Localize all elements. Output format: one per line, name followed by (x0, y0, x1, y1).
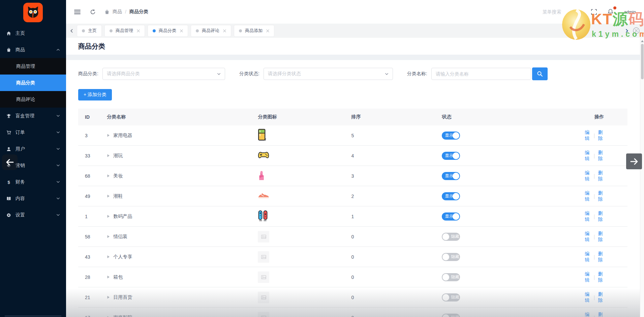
sidebar-item-goods[interactable]: 商品 (0, 41, 66, 58)
status-toggle[interactable]: 显示 (442, 132, 460, 140)
expand-caret-icon[interactable] (107, 295, 110, 299)
sidebar-subitem-goods-category[interactable]: 商品分类 (0, 75, 66, 91)
expand-caret-icon[interactable] (107, 154, 110, 157)
status-toggle-label: 隐藏 (451, 315, 459, 317)
sidebar-item-finance[interactable]: $财务 (0, 174, 66, 190)
sidebar-item-blindbox[interactable]: 盲盒管理 (0, 108, 66, 124)
status-toggle[interactable]: 显示 (442, 212, 460, 221)
breadcrumb: 商品 / 商品分类 (104, 9, 148, 15)
row-actions: 编辑|删除 (578, 291, 627, 304)
breadcrumb-current: 商品分类 (129, 9, 148, 15)
vertical-scrollbar[interactable] (640, 38, 644, 317)
bag-icon (6, 47, 11, 53)
refresh-button[interactable] (90, 9, 96, 15)
edit-link[interactable]: 编辑 (585, 291, 591, 304)
delete-link[interactable]: 删除 (598, 129, 604, 142)
delete-link[interactable]: 删除 (598, 291, 604, 304)
delete-link[interactable]: 删除 (598, 231, 604, 243)
search-button[interactable] (532, 67, 548, 80)
tab-goods-add[interactable]: 商品添加 (234, 25, 274, 36)
tab-goods-manage[interactable]: 商品管理 (105, 25, 145, 36)
sidebar-item-content[interactable]: 内容 (0, 190, 66, 207)
expand-caret-icon[interactable] (107, 255, 110, 259)
edit-link[interactable]: 编辑 (585, 271, 591, 283)
status-toggle[interactable]: 显示 (442, 152, 460, 160)
add-category-button[interactable]: + 添加分类 (78, 89, 112, 100)
close-icon[interactable] (266, 29, 269, 32)
tab-home[interactable]: 主页 (77, 25, 101, 36)
tab-goods-category[interactable]: 商品分类 (148, 25, 188, 36)
edit-link[interactable]: 编辑 (585, 150, 591, 162)
row-name-cell: 箱包 (100, 274, 251, 280)
expand-caret-icon[interactable] (107, 316, 110, 317)
expand-caret-icon[interactable] (107, 174, 110, 178)
tabs-scroll-right-button[interactable] (625, 29, 629, 33)
status-toggle[interactable]: 显示 (442, 192, 460, 200)
status-toggle[interactable]: 隐藏 (442, 253, 460, 261)
delete-link[interactable]: 删除 (598, 210, 604, 223)
fullscreen-button[interactable] (591, 9, 597, 15)
user-menu[interactable]: admin (624, 9, 636, 15)
expand-caret-icon[interactable] (107, 134, 110, 137)
status-toggle[interactable]: 隐藏 (442, 233, 460, 241)
delete-link[interactable]: 删除 (598, 271, 604, 283)
delete-link[interactable]: 删除 (598, 170, 604, 182)
column-header-status: 状态 (435, 114, 578, 120)
topbar-right: admin (543, 9, 636, 15)
page-title-bar: 商品分类 (66, 38, 640, 55)
tabs-scroll-left-button[interactable] (69, 29, 74, 33)
swipe-back-overlay[interactable] (2, 154, 18, 170)
delete-link[interactable]: 删除 (598, 150, 604, 162)
swipe-forward-overlay[interactable] (626, 153, 642, 169)
chevron-down-icon (56, 213, 60, 217)
edit-link[interactable]: 编辑 (585, 251, 591, 263)
category-select[interactable]: 请选择商品分类 (102, 68, 225, 80)
scrollbar-up-arrow-icon[interactable] (641, 40, 644, 42)
action-divider: | (594, 315, 595, 317)
status-toggle[interactable]: 隐藏 (442, 293, 460, 301)
delete-link[interactable]: 删除 (598, 190, 604, 202)
edit-link[interactable]: 编辑 (585, 129, 591, 142)
delete-link[interactable]: 删除 (598, 251, 604, 263)
sidebar-subitem-goods-comment[interactable]: 商品评论 (0, 91, 66, 108)
close-icon[interactable] (223, 29, 226, 32)
sidebar-item-settings[interactable]: 设置 (0, 207, 66, 223)
edit-link[interactable]: 编辑 (585, 210, 591, 223)
tab-goods-comment[interactable]: 商品评论 (191, 25, 231, 36)
expand-caret-icon[interactable] (107, 235, 110, 238)
app-logo[interactable] (0, 0, 66, 25)
close-all-tabs-button[interactable] (633, 27, 640, 34)
expand-caret-icon[interactable] (107, 275, 110, 279)
table-row: 1数码产品1显示编辑|删除 (78, 206, 627, 227)
toggle-knob (453, 132, 459, 139)
row-icon-cell (251, 192, 344, 200)
status-select[interactable]: 请选择分类状态 (264, 68, 393, 80)
edit-link[interactable]: 编辑 (585, 312, 591, 317)
expand-caret-icon[interactable] (107, 194, 110, 198)
edit-link[interactable]: 编辑 (585, 231, 591, 243)
row-sort: 0 (345, 234, 435, 239)
sidebar-collapse-button[interactable] (74, 9, 81, 15)
sidebar-item-orders[interactable]: 订单 (0, 124, 66, 141)
edit-link[interactable]: 编辑 (585, 190, 591, 202)
notifications-button[interactable] (608, 9, 613, 15)
status-toggle[interactable]: 隐藏 (442, 273, 460, 281)
row-name-cell: 潮玩 (100, 153, 251, 159)
category-name-input[interactable] (431, 68, 531, 80)
scrollbar-thumb[interactable] (641, 44, 644, 79)
menu-search-input[interactable] (543, 9, 580, 15)
close-icon[interactable] (180, 29, 183, 32)
category-name: 潮鞋 (113, 193, 123, 199)
edit-link[interactable]: 编辑 (585, 170, 591, 182)
breadcrumb-section[interactable]: 商品 (113, 9, 122, 15)
sidebar-item-home[interactable]: 主页 (0, 25, 66, 41)
expand-caret-icon[interactable] (107, 214, 110, 218)
close-icon[interactable] (137, 29, 140, 32)
tab-status-dot (153, 29, 156, 32)
status-toggle[interactable]: 隐藏 (442, 314, 460, 317)
delete-link[interactable]: 删除 (598, 312, 604, 317)
status-toggle[interactable]: 显示 (442, 172, 460, 180)
tab-status-dot (110, 29, 113, 32)
sidebar-subitem-goods-manage[interactable]: 商品管理 (0, 58, 66, 75)
row-name-cell: 数码产品 (100, 213, 251, 220)
